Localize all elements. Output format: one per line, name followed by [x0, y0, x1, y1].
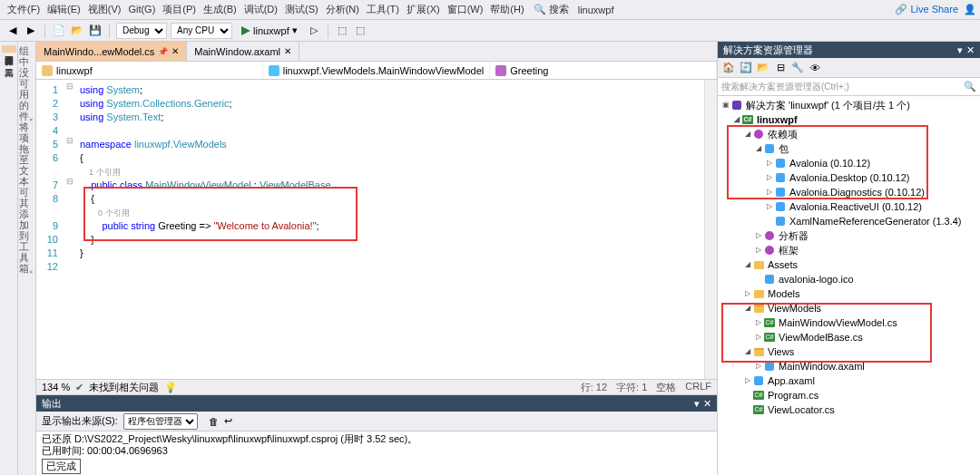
expand-icon[interactable]: ▷: [765, 170, 774, 185]
tree-row[interactable]: avalonia-logo.ico: [718, 272, 980, 286]
pin-icon[interactable]: 📌: [158, 47, 168, 56]
code-line[interactable]: {: [76, 192, 704, 206]
code-area[interactable]: using System;using System.Collections.Ge…: [76, 80, 704, 379]
expand-icon[interactable]: ▷: [765, 156, 774, 170]
tree-row[interactable]: ▷分析器: [718, 228, 980, 243]
tree-row[interactable]: ▷Avalonia.Desktop (0.10.12): [718, 170, 980, 185]
tree-row[interactable]: ▣解决方案 'linuxwpf' (1 个项目/共 1 个): [718, 98, 980, 112]
expand-icon[interactable]: ▣: [721, 98, 730, 112]
nav-fwd[interactable]: ▶: [24, 24, 38, 38]
zoom-level[interactable]: 134 %: [42, 382, 70, 393]
expand-icon[interactable]: ▷: [754, 315, 763, 330]
expand-icon[interactable]: ▷: [754, 359, 763, 373]
menu-item[interactable]: 项目(P): [159, 2, 200, 16]
expand-icon[interactable]: ◢: [743, 127, 752, 141]
tree-row[interactable]: ▷Avalonia.Diagnostics (0.10.12): [718, 185, 980, 199]
menu-item[interactable]: 生成(B): [200, 2, 240, 16]
tree-row[interactable]: C#Program.cs: [718, 388, 980, 402]
menu-item[interactable]: 帮助(H): [486, 2, 527, 16]
output-clear[interactable]: 🗑: [209, 416, 219, 427]
sln-props-icon[interactable]: 🔧: [790, 61, 805, 75]
tb-misc1[interactable]: ⬚: [335, 24, 349, 38]
tree-row[interactable]: ▷Models: [718, 286, 980, 301]
tree-row[interactable]: ▷MainWindow.axaml: [718, 359, 980, 373]
scrollbar[interactable]: [704, 80, 717, 379]
tree-row[interactable]: XamlNameReferenceGenerator (1.3.4): [718, 214, 980, 228]
menu-item[interactable]: Git(G): [124, 2, 159, 16]
tree-row[interactable]: ▷C#ViewModelBase.cs: [718, 330, 980, 344]
menu-item[interactable]: 调试(D): [240, 2, 281, 16]
menu-item[interactable]: 视图(V): [84, 2, 125, 16]
output-source-select[interactable]: 程序包管理器: [123, 413, 198, 430]
tree-row[interactable]: ◢ViewModels: [718, 301, 980, 315]
expand-icon[interactable]: ◢: [743, 344, 752, 359]
output-pin[interactable]: ▾: [694, 398, 700, 410]
tree-row[interactable]: ▷Avalonia.ReactiveUI (0.10.12): [718, 199, 980, 214]
quickfix-icon[interactable]: 💡: [164, 382, 177, 393]
output-close[interactable]: ✕: [703, 398, 711, 410]
new-file-icon[interactable]: 📄: [52, 24, 66, 38]
menu-item[interactable]: 测试(S): [281, 2, 322, 16]
search-box[interactable]: 🔍 搜索: [530, 1, 573, 18]
tree-row[interactable]: ▷框架: [718, 243, 980, 257]
config-dropdown[interactable]: Debug: [116, 23, 167, 39]
left-tab-server[interactable]: 服务器资源管理器: [2, 45, 16, 53]
code-line[interactable]: {: [76, 151, 704, 165]
tree-row[interactable]: ◢Views: [718, 344, 980, 359]
output-body[interactable]: 已还原 D:\VS2022_Project\Wesky\linuxwpf\lin…: [36, 431, 717, 475]
tree-row[interactable]: ◢Assets: [718, 257, 980, 272]
tree-row[interactable]: ◢包: [718, 141, 980, 156]
code-line[interactable]: [76, 260, 704, 274]
output-wrap[interactable]: ↩: [224, 415, 232, 427]
menu-item[interactable]: 文件(F): [4, 2, 44, 16]
nav-class[interactable]: linuxwpf.ViewModels.MainWindowViewModel: [263, 62, 491, 79]
code-editor[interactable]: 123456789101112 ⊟⊟⊟ using System;using S…: [36, 80, 717, 379]
expand-icon[interactable]: ▷: [743, 373, 752, 388]
expand-icon[interactable]: ▷: [765, 185, 774, 199]
sln-search-input[interactable]: [721, 82, 964, 92]
menu-item[interactable]: 工具(T): [363, 2, 403, 16]
tree-row[interactable]: C#ViewLocator.cs: [718, 402, 980, 417]
code-line[interactable]: }: [76, 247, 704, 260]
expand-icon[interactable]: ◢: [732, 112, 741, 127]
expand-icon[interactable]: ▷: [743, 286, 752, 301]
sln-sync-icon[interactable]: 🔄: [739, 61, 753, 75]
code-line[interactable]: using System.Text;: [76, 111, 704, 124]
close-icon[interactable]: ✕: [172, 46, 179, 56]
tb-misc2[interactable]: ⬚: [353, 24, 368, 38]
nav-member[interactable]: Greeting: [490, 62, 717, 79]
close-icon[interactable]: ✕: [284, 46, 291, 56]
run-button[interactable]: linuxwpf ▾: [236, 24, 303, 37]
sln-collapse-icon[interactable]: ⊟: [773, 61, 788, 75]
left-tab-toolbox[interactable]: 工具箱: [2, 58, 16, 65]
code-line[interactable]: 1 个引用: [76, 165, 704, 179]
run-noDebug[interactable]: ▷: [307, 24, 321, 38]
code-line[interactable]: namespace linuxwpf.ViewModels: [76, 138, 704, 151]
expand-icon[interactable]: ◢: [754, 141, 763, 156]
code-line[interactable]: using System.Collections.Generic;: [76, 97, 704, 111]
nav-project[interactable]: linuxwpf: [36, 62, 263, 79]
code-line[interactable]: 0 个引用: [76, 206, 704, 219]
menu-item[interactable]: 扩展(X): [403, 2, 444, 16]
tree-row[interactable]: ▷App.axaml: [718, 373, 980, 388]
sln-showall-icon[interactable]: 📂: [756, 61, 770, 75]
editor-tab[interactable]: MainWindow.axaml✕: [187, 42, 299, 61]
tree-row[interactable]: ◢C#linuxwpf: [718, 112, 980, 127]
code-line[interactable]: using System;: [76, 83, 704, 97]
tree-row[interactable]: ◢依赖项: [718, 127, 980, 141]
sln-view-icon[interactable]: 👁: [808, 61, 822, 75]
sln-pin[interactable]: ▾: [957, 44, 963, 56]
menu-item[interactable]: 编辑(E): [44, 2, 84, 16]
code-line[interactable]: public class MainWindowViewModel : ViewM…: [76, 179, 704, 192]
live-share[interactable]: 🔗 Live Share: [895, 4, 958, 15]
code-line[interactable]: [76, 124, 704, 138]
nav-back[interactable]: ◀: [5, 24, 20, 38]
code-line[interactable]: public string Greeting => "Welcome to Av…: [76, 219, 704, 233]
expand-icon[interactable]: ◢: [743, 301, 752, 315]
open-icon[interactable]: 📂: [70, 24, 84, 38]
expand-icon[interactable]: ▷: [754, 228, 763, 243]
platform-dropdown[interactable]: Any CPU: [171, 23, 232, 39]
tree-row[interactable]: ▷C#MainWindowViewModel.cs: [718, 315, 980, 330]
code-line[interactable]: }: [76, 233, 704, 247]
save-icon[interactable]: 💾: [88, 24, 103, 38]
